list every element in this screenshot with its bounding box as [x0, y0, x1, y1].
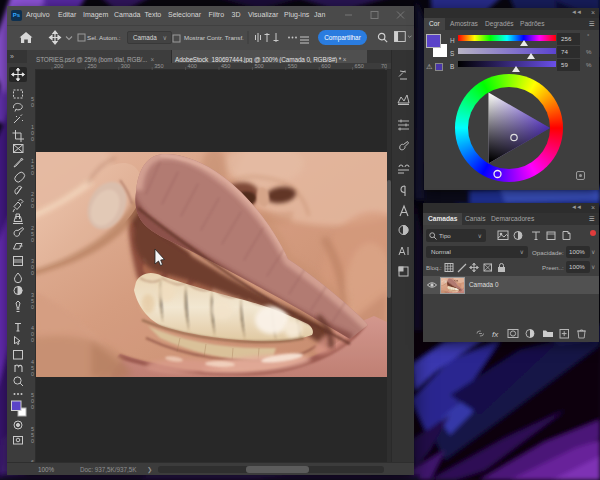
svg-text:200: 200 — [54, 63, 63, 69]
svg-text:450: 450 — [221, 63, 230, 69]
svg-text:fx: fx — [492, 330, 499, 339]
svg-text:400: 400 — [188, 63, 197, 69]
svg-text:0: 0 — [31, 404, 34, 410]
svg-text:0: 0 — [31, 270, 34, 276]
svg-text:0: 0 — [31, 371, 34, 377]
svg-text:0: 0 — [31, 337, 34, 343]
svg-text:550: 550 — [288, 63, 297, 69]
svg-text:0: 0 — [31, 170, 34, 176]
svg-text:0: 0 — [31, 203, 34, 209]
svg-text:0: 0 — [31, 102, 34, 108]
svg-text:300: 300 — [121, 63, 130, 69]
svg-text:0: 0 — [31, 237, 34, 243]
svg-text:250: 250 — [87, 63, 96, 69]
svg-text:0: 0 — [31, 304, 34, 310]
svg-text:500: 500 — [254, 63, 263, 69]
svg-text:0: 0 — [31, 438, 34, 444]
svg-text:650: 650 — [355, 63, 364, 69]
svg-text:600: 600 — [321, 63, 330, 69]
svg-text:0: 0 — [31, 136, 34, 142]
svg-text:350: 350 — [154, 63, 163, 69]
